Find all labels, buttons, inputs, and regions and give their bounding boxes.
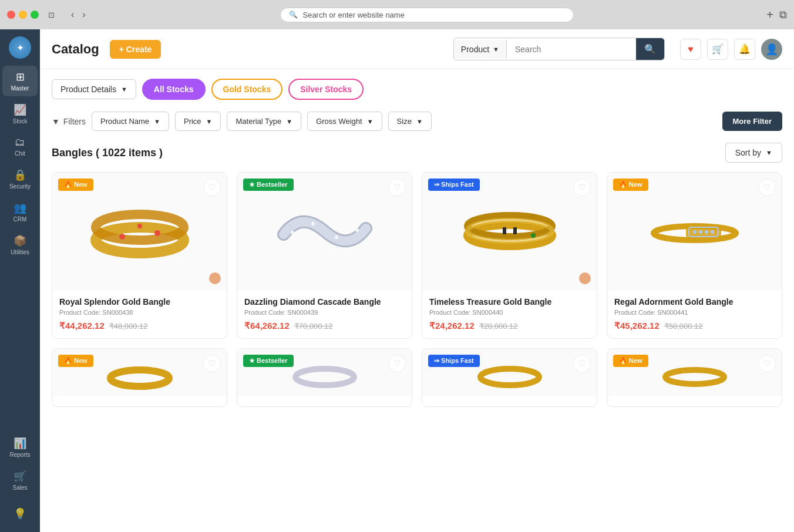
chevron-down-icon: ▼ bbox=[493, 46, 499, 53]
svg-point-4 bbox=[137, 224, 142, 228]
sidebar-item-security[interactable]: 🔒 Security bbox=[2, 164, 38, 194]
color-dot bbox=[209, 272, 221, 284]
filter-material-label: Material Type bbox=[235, 117, 281, 126]
master-icon: ⊞ bbox=[16, 70, 25, 83]
filter-price[interactable]: Price ▼ bbox=[175, 112, 221, 131]
sidebar-item-crm[interactable]: 👥 CRM bbox=[2, 197, 38, 227]
product-card[interactable]: ⇒ Ships Fast ♡ T bbox=[422, 172, 597, 339]
user-avatar-button[interactable]: 👤 bbox=[761, 39, 782, 60]
search-type-label: Product bbox=[461, 45, 489, 54]
search-button[interactable]: 🔍 bbox=[636, 38, 664, 60]
svg-point-24 bbox=[480, 369, 539, 385]
price-original: ₹48,000.12 bbox=[109, 322, 148, 331]
wishlist-button[interactable]: ♡ bbox=[758, 355, 776, 372]
price-row: ₹64,262.12 ₹70,000.12 bbox=[244, 321, 405, 331]
wishlist-button[interactable]: ♡ bbox=[758, 179, 776, 196]
product-image bbox=[105, 355, 175, 390]
badge-shipsfast: ⇒ Ships Fast bbox=[428, 179, 480, 191]
product-name: Timeless Treasure Gold Bangle bbox=[429, 297, 590, 307]
sidebar-item-reports[interactable]: 📊 Reports bbox=[2, 432, 38, 463]
sidebar-item-chit[interactable]: 🗂 Chit bbox=[2, 132, 38, 161]
price-row: ₹44,262.12 ₹48,000.12 bbox=[59, 321, 220, 331]
filter-product-name[interactable]: Product Name ▼ bbox=[92, 112, 169, 131]
filter-material-type[interactable]: Material Type ▼ bbox=[227, 112, 301, 131]
notifications-button[interactable]: 🔔 bbox=[734, 39, 755, 60]
svg-point-6 bbox=[311, 222, 315, 225]
create-button[interactable]: + Create bbox=[110, 40, 162, 59]
sidebar-label-stock: Stock bbox=[12, 118, 27, 124]
close-button[interactable] bbox=[7, 11, 15, 19]
sort-button[interactable]: Sort by ▼ bbox=[725, 143, 782, 163]
product-card[interactable]: ⇒ Ships Fast ♡ bbox=[422, 348, 597, 407]
cart-icon: 🛒 bbox=[712, 43, 724, 55]
back-button[interactable]: ‹ bbox=[69, 8, 76, 21]
search-type-dropdown[interactable]: Product ▼ bbox=[454, 40, 507, 59]
price-row: ₹24,262.12 ₹28,000.12 bbox=[429, 321, 590, 331]
product-card[interactable]: 🔥 New ♡ bbox=[607, 348, 782, 407]
svg-point-2 bbox=[119, 234, 125, 240]
svg-point-7 bbox=[335, 235, 338, 239]
product-code: Product Code: SN000438 bbox=[59, 309, 220, 316]
sidebar-item-help[interactable]: 💡 bbox=[2, 503, 38, 525]
tab-gold-stocks[interactable]: Gold Stocks bbox=[211, 79, 283, 100]
product-grid: 🔥 New ♡ Royal Splendor Gold Ba bbox=[52, 172, 782, 339]
app-logo: ✦ bbox=[9, 36, 31, 59]
top-actions: ♥ 🛒 🔔 👤 bbox=[680, 39, 782, 60]
maximize-button[interactable] bbox=[31, 11, 39, 19]
chevron-down-icon: ▼ bbox=[286, 118, 292, 125]
tab-all-stocks[interactable]: All Stocks bbox=[142, 79, 206, 100]
wishlist-button[interactable]: ♡ bbox=[203, 355, 221, 372]
sidebar-item-utilities[interactable]: 📦 Utilities bbox=[2, 230, 38, 260]
sidebar-item-stock[interactable]: 📈 Stock bbox=[2, 99, 38, 129]
product-card[interactable]: ★ Bestseller ♡ bbox=[237, 348, 412, 407]
svg-point-20 bbox=[705, 230, 708, 234]
address-bar[interactable]: 🔍 Search or enter website name bbox=[280, 8, 574, 22]
new-tab-button[interactable]: + bbox=[766, 8, 773, 22]
search-input[interactable] bbox=[507, 40, 636, 59]
svg-rect-12 bbox=[503, 227, 506, 234]
minimize-button[interactable] bbox=[19, 11, 27, 19]
price-row: ₹45,262.12 ₹50,000.12 bbox=[614, 321, 775, 331]
forward-button[interactable]: › bbox=[80, 8, 88, 21]
cart-button[interactable]: 🛒 bbox=[707, 39, 728, 60]
badge-bestseller: ★ Bestseller bbox=[243, 179, 294, 191]
filter-price-label: Price bbox=[184, 117, 201, 126]
chevron-down-icon: ▼ bbox=[206, 118, 213, 125]
svg-point-5 bbox=[291, 231, 294, 234]
more-filter-button[interactable]: More Filter bbox=[722, 112, 782, 131]
wishlist-button[interactable]: ♡ bbox=[573, 179, 591, 196]
wishlist-button[interactable]: ♡ bbox=[203, 179, 221, 196]
sidebar-label-chit: Chit bbox=[15, 150, 25, 157]
filter-label: ▼ Filters bbox=[52, 117, 86, 126]
wishlist-button[interactable]: ♡ bbox=[388, 179, 406, 196]
tab-silver-stocks[interactable]: Silver Stocks bbox=[288, 79, 364, 100]
product-image bbox=[272, 193, 378, 270]
sidebar-label-master: Master bbox=[11, 85, 29, 92]
svg-point-14 bbox=[531, 233, 536, 238]
filter-gross-weight[interactable]: Gross Weight ▼ bbox=[307, 112, 382, 131]
browser-chrome: ⊡ ‹ › 🔍 Search or enter website name + ⧉ bbox=[0, 0, 794, 29]
filter-icon: ▼ bbox=[52, 117, 60, 126]
price-original: ₹50,000.12 bbox=[664, 322, 703, 331]
filter-size-label: Size bbox=[397, 117, 412, 126]
product-details-dropdown[interactable]: Product Details ▼ bbox=[52, 79, 136, 99]
product-card[interactable]: 🔥 New ♡ bbox=[52, 348, 227, 407]
product-code: Product Code: SN000441 bbox=[614, 309, 775, 316]
sidebar-item-master[interactable]: ⊞ Master bbox=[2, 66, 38, 96]
product-info: Regal Adornment Gold Bangle Product Code… bbox=[607, 290, 782, 338]
svg-point-25 bbox=[665, 370, 724, 384]
wishlist-button[interactable]: ♡ bbox=[573, 355, 591, 372]
bell-icon: 🔔 bbox=[739, 43, 751, 55]
product-card[interactable]: ★ Bestseller ♡ Dazzling Diamo bbox=[237, 172, 412, 339]
svg-point-3 bbox=[154, 230, 160, 236]
product-card[interactable]: 🔥 New ♡ Regal bbox=[607, 172, 782, 339]
chevron-down-icon: ▼ bbox=[766, 149, 772, 156]
favorites-button[interactable]: ♥ bbox=[680, 39, 701, 60]
chevron-down-icon: ▼ bbox=[121, 86, 127, 93]
filter-size[interactable]: Size ▼ bbox=[388, 112, 432, 131]
wishlist-button[interactable]: ♡ bbox=[388, 355, 406, 372]
copy-button[interactable]: ⧉ bbox=[779, 9, 787, 21]
sidebar-item-sales[interactable]: 🛒 Sales bbox=[2, 465, 38, 496]
product-card[interactable]: 🔥 New ♡ Royal Splendor Gold Ba bbox=[52, 172, 227, 339]
sidebar-toggle-button[interactable]: ⊡ bbox=[45, 9, 58, 21]
